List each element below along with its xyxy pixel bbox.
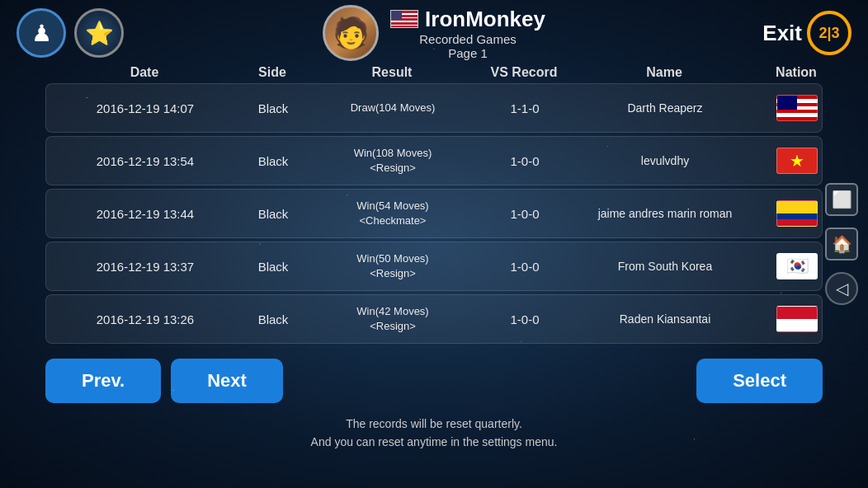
footer-line1: The records will be reset quarterly. (0, 415, 868, 433)
chess-icon[interactable]: ♟ (17, 8, 66, 58)
us-flag-icon (390, 10, 418, 28)
malaysia-flag-icon (776, 95, 818, 121)
row-2-result: Win(54 Moves)<Checkmate> (310, 199, 475, 228)
header-center: 🧑 IronMonkey Recorded Games Page 1 (323, 5, 545, 61)
row-0-result: Draw(104 Moves) (310, 101, 475, 115)
row-4-vsrecord: 1-0-0 (475, 312, 574, 326)
exit-circle-icon: 2|3 (807, 11, 851, 55)
table-row[interactable]: 2016-12-19 14:07 Black Draw(104 Moves) 1… (45, 83, 823, 133)
table-row[interactable]: 2016-12-19 13:26 Black Win(42 Moves)<Res… (45, 294, 823, 344)
home-icon[interactable]: 🏠 (825, 228, 858, 260)
prev-button[interactable]: Prev. (45, 359, 161, 403)
row-4-date: 2016-12-19 13:26 (54, 312, 236, 326)
row-4-nation (756, 306, 838, 332)
col-result: Result (309, 65, 474, 80)
korea-flag-icon: 🇰🇷 (776, 253, 818, 279)
side-nav: ⬜ 🏠 ◁ (825, 183, 858, 305)
table-row[interactable]: 2016-12-19 13:54 Black Win(108 Moves)<Re… (45, 136, 823, 185)
subtitle-label: Recorded Games (390, 32, 545, 46)
colombia-flag-icon (776, 200, 818, 227)
left-buttons: Prev. Next (45, 359, 283, 403)
exit-number-icon: 2|3 (818, 25, 839, 42)
star-icon[interactable]: ⭐ (74, 8, 124, 58)
table-row[interactable]: 2016-12-19 13:37 Black Win(50 Moves)<Res… (45, 242, 823, 291)
back-icon[interactable]: ◁ (825, 272, 858, 305)
row-2-side: Black (236, 207, 310, 221)
table-row[interactable]: 2016-12-19 13:44 Black Win(54 Moves)<Che… (45, 189, 823, 238)
indonesia-flag-icon (776, 306, 818, 332)
row-1-result: Win(108 Moves)<Resign> (310, 146, 475, 176)
page-label: Page 1 (390, 46, 545, 60)
row-2-date: 2016-12-19 13:44 (54, 207, 236, 221)
row-1-side: Black (236, 154, 310, 168)
row-1-date: 2016-12-19 13:54 (54, 154, 236, 168)
row-3-name: From South Korea (574, 260, 756, 273)
table-header-row: Date Side Result VS Record Name Nation (45, 62, 823, 83)
row-3-result: Win(50 Moves)<Resign> (310, 251, 475, 281)
row-0-vsrecord: 1-1-0 (475, 101, 574, 115)
next-button[interactable]: Next (171, 359, 283, 403)
header: ♟ ⭐ 🧑 IronMonkey Recorded Games Page 1 E… (0, 0, 868, 62)
header-left-icons: ♟ ⭐ (17, 8, 124, 58)
footer: The records will be reset quarterly. And… (0, 415, 868, 458)
header-text: IronMonkey Recorded Games Page 1 (390, 7, 545, 60)
bottom-bar: Prev. Next Select (0, 347, 868, 415)
col-side: Side (235, 65, 309, 80)
row-4-name: Raden Kiansantai (574, 312, 756, 326)
col-vsrecord: VS Record (474, 65, 573, 80)
row-0-nation (756, 95, 838, 121)
square-icon[interactable]: ⬜ (825, 183, 858, 216)
row-4-result: Win(42 Moves)<Resign> (310, 304, 475, 334)
row-0-date: 2016-12-19 14:07 (54, 101, 236, 115)
col-date: Date (54, 65, 235, 80)
row-3-side: Black (236, 260, 310, 274)
exit-label: Exit (762, 21, 802, 46)
col-nation: Nation (755, 65, 837, 80)
row-3-vsrecord: 1-0-0 (475, 260, 574, 274)
row-4-side: Black (236, 312, 310, 326)
records-table: Date Side Result VS Record Name Nation 2… (45, 62, 823, 344)
footer-line2: And you can reset anytime in the setting… (0, 433, 868, 451)
username-label: IronMonkey (425, 7, 545, 32)
row-2-vsrecord: 1-0-0 (475, 207, 574, 221)
avatar: 🧑 (323, 5, 379, 61)
row-1-vsrecord: 1-0-0 (475, 154, 574, 168)
row-2-name: jaime andres marin roman (574, 207, 756, 220)
select-button[interactable]: Select (696, 359, 823, 403)
row-3-date: 2016-12-19 13:37 (54, 260, 236, 274)
row-0-name: Darth Reaperz (574, 101, 756, 115)
row-1-nation (756, 148, 838, 174)
exit-button[interactable]: Exit 2|3 (762, 11, 851, 55)
vietnam-flag-icon (776, 148, 818, 174)
row-0-side: Black (236, 101, 310, 115)
row-1-name: levulvdhy (574, 154, 756, 167)
col-name: Name (573, 65, 755, 80)
username-display: IronMonkey (390, 7, 545, 32)
